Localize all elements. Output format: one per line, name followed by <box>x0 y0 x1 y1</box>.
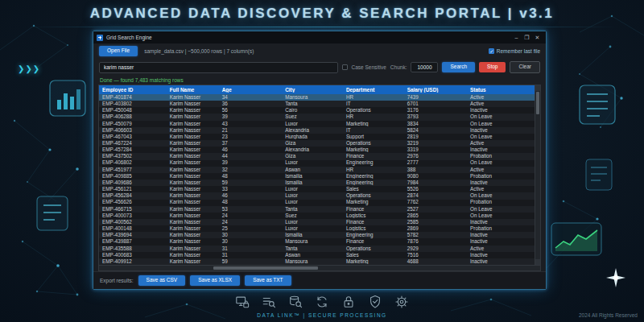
remember-last-file-checkbox[interactable] <box>489 48 494 54</box>
table-row[interactable]: EMP-467224Karim Nasser37GizaOperations32… <box>99 140 535 147</box>
table-cell: Karim Nasser <box>167 220 219 225</box>
results-table-wrap: Employee ID Full Name Age City Departmen… <box>98 85 541 266</box>
table-cell: Support <box>343 134 404 139</box>
table-cell: Sales <box>343 187 404 192</box>
save-as-xlsx-button[interactable]: Save as XLSX <box>190 275 240 286</box>
chunk-size-input[interactable] <box>411 62 438 72</box>
open-file-button[interactable]: Open File <box>99 46 138 56</box>
table-cell: Karim Nasser <box>167 147 219 152</box>
column-header[interactable]: Age <box>219 87 282 93</box>
table-cell: Karim Nasser <box>167 226 219 231</box>
table-row[interactable]: EMP-456284Karim Nasser46LuxorOperations2… <box>99 192 535 199</box>
table-row[interactable]: EMP-401874Karim Nasser34MansouraHR7439Ac… <box>99 94 535 101</box>
table-row[interactable]: EMP-409912Karim Nasser59MansouraMarketin… <box>99 258 535 265</box>
vertical-scrollbar[interactable] <box>535 85 541 266</box>
table-row[interactable]: EMP-439694Karim Nasser30IsmailiaEngineer… <box>99 232 535 238</box>
scroll-up-arrow[interactable] <box>535 85 540 91</box>
page-title: ADVANCED DATA DISCOVERY & SEARCH PORTAL … <box>0 6 644 22</box>
table-cell: 44 <box>219 154 282 159</box>
table-cell: Inactive <box>467 147 535 152</box>
table-row[interactable]: EMP-451977Karim Nasser32AswanHR388Active <box>99 167 535 173</box>
title-divider <box>26 27 618 27</box>
save-as-csv-button[interactable]: Save as CSV <box>138 275 186 286</box>
table-row[interactable]: EMP-439887Karim Nasser30MansouraFinance7… <box>99 238 535 245</box>
table-cell: On Leave <box>467 114 535 119</box>
table-cell: 2865 <box>404 213 467 218</box>
table-row[interactable]: EMP-406603Karim Nasser21AlexandriaIT5824… <box>99 127 535 134</box>
column-header[interactable]: City <box>282 87 343 93</box>
maximize-button[interactable]: ❐ <box>522 33 532 42</box>
database-search-icon <box>288 295 303 309</box>
table-cell: 46 <box>219 193 282 198</box>
table-cell: Probation <box>467 200 535 204</box>
search-input[interactable] <box>99 62 338 73</box>
table-row[interactable]: EMP-437502Karim Nasser44GizaFinance2976P… <box>99 153 535 159</box>
table-cell: Ismailia <box>282 174 343 179</box>
table-row[interactable]: EMP-457284Karim Nasser46AlexandriaMarket… <box>99 147 535 153</box>
table-cell: EMP-435588 <box>99 246 167 251</box>
devices-lock-icon <box>235 295 250 309</box>
column-header[interactable]: Salary (USD) <box>404 87 467 93</box>
table-cell: On Leave <box>467 193 535 198</box>
table-cell: EMP-450079 <box>99 122 167 126</box>
table-row[interactable]: EMP-435588Karim Nasser31TantaOperations2… <box>99 246 535 252</box>
table-cell: EMP-456121 <box>99 187 167 192</box>
save-as-txt-button[interactable]: Save as TXT <box>245 275 291 286</box>
column-header[interactable]: Full Name <box>167 87 219 93</box>
vertical-scroll-thumb[interactable] <box>536 92 539 114</box>
scroll-down-arrow[interactable] <box>535 259 540 265</box>
table-cell: Luxor <box>282 193 343 198</box>
table-cell: 23 <box>219 134 282 139</box>
table-cell: Karim Nasser <box>167 246 219 251</box>
table-row[interactable]: EMP-450079Karim Nasser43LuxorMarketing38… <box>99 121 535 127</box>
search-toolbar: Case Sensitive Chunk: Search Stop Clear <box>93 59 546 76</box>
table-cell: 59 <box>219 259 282 264</box>
horizontal-scroll-thumb[interactable] <box>213 266 318 270</box>
table-row[interactable]: EMP-466715Karim Nasser53TantaFinance2527… <box>99 206 535 213</box>
table-row[interactable]: EMP-450048Karim Nasser56CairoOperations3… <box>99 107 535 114</box>
table-header-row: Employee ID Full Name Age City Departmen… <box>99 85 535 94</box>
table-cell: Suez <box>282 213 343 218</box>
table-cell: Cairo <box>282 108 343 113</box>
table-row[interactable]: EMP-403802Karim Nasser36TantaIT6701Activ… <box>99 101 535 107</box>
table-cell: Logistics <box>343 213 404 218</box>
table-row[interactable]: EMP-406288Karim Nasser39SuezHR3793On Lea… <box>99 114 535 120</box>
table-row[interactable]: EMP-400683Karim Nasser31AswanSales7516In… <box>99 252 535 258</box>
table-cell: Marketing <box>343 259 404 264</box>
table-row[interactable]: EMP-456121Karim Nasser33LuxorSales5526Ac… <box>99 186 535 192</box>
clear-button[interactable]: Clear <box>510 61 540 73</box>
table-row[interactable]: EMP-400148Karim Nasser25LuxorLogistics28… <box>99 225 535 232</box>
stop-button[interactable]: Stop <box>479 62 506 72</box>
table-cell: Operations <box>343 141 404 146</box>
table-cell: Luxor <box>282 226 343 231</box>
table-cell: 7516 <box>404 253 467 258</box>
table-cell: Ismailia <box>282 233 343 237</box>
table-row[interactable]: EMP-467043Karim Nasser23HurghadaSupport2… <box>99 134 535 140</box>
table-row[interactable]: EMP-456626Karim Nasser48LuxorMarketing77… <box>99 200 535 206</box>
table-row[interactable]: EMP-400073Karim Nasser24SuezLogistics286… <box>99 213 535 219</box>
search-button[interactable]: Search <box>442 62 475 72</box>
table-row[interactable]: EMP-406802Karim Nasser39LuxorEngineering… <box>99 160 535 167</box>
sparkle-icon <box>605 267 626 288</box>
table-row[interactable]: EMP-400562Karim Nasser24LuxorFinance2585… <box>99 219 535 225</box>
case-sensitive-checkbox[interactable] <box>342 64 348 70</box>
lock-icon <box>341 295 356 309</box>
table-cell: Hurghada <box>282 134 343 139</box>
table-row[interactable]: EMP-409686Karim Nasser59IsmailiaEngineer… <box>99 180 535 186</box>
minimize-button[interactable]: – <box>511 33 522 42</box>
close-button[interactable]: ✕ <box>532 33 543 42</box>
table-row[interactable]: EMP-409885Karim Nasser48IsmailiaEngineer… <box>99 173 535 180</box>
table-cell: Karim Nasser <box>167 101 219 106</box>
column-header[interactable]: Status <box>467 87 535 93</box>
results-table: Employee ID Full Name Age City Departmen… <box>98 85 535 266</box>
table-cell: EMP-450048 <box>99 108 167 113</box>
table-cell: 2819 <box>404 134 467 139</box>
chevrons-decoration: ❯❯❯ <box>18 64 40 73</box>
column-header[interactable]: Employee ID <box>99 87 167 93</box>
area-chart-decoration <box>551 222 602 256</box>
column-header[interactable]: Department <box>343 87 404 93</box>
horizontal-scrollbar[interactable] <box>98 266 541 271</box>
table-cell: On Leave <box>467 207 535 212</box>
table-cell: On Leave <box>467 160 535 165</box>
table-cell: Karim Nasser <box>167 187 219 192</box>
